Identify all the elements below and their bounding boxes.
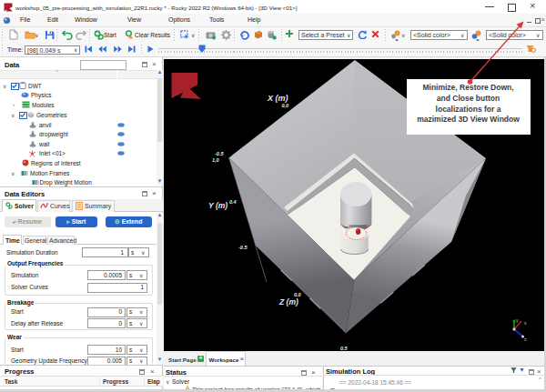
svg-text:Z (m): Z (m) (278, 297, 298, 307)
svg-text:-0.5: -0.5 (215, 151, 224, 156)
svg-text:Y (m): Y (m) (208, 201, 228, 210)
svg-text:0.4: 0.4 (229, 199, 237, 205)
svg-text:X (m): X (m) (267, 94, 288, 103)
svg-text:1,0: 1,0 (212, 157, 219, 163)
svg-text:x: x (524, 320, 527, 326)
svg-text:y: y (516, 317, 519, 323)
svg-text:0,0: 0,0 (282, 103, 289, 108)
svg-text:z: z (524, 337, 527, 342)
svg-text:-0.5: -0.5 (238, 245, 248, 250)
